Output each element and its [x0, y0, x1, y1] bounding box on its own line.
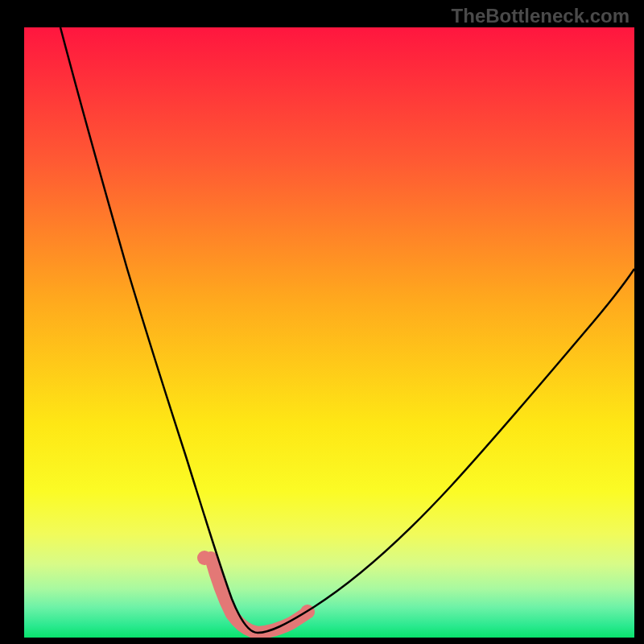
gradient-background [24, 27, 634, 638]
watermark-text: TheBottleneck.com [452, 5, 630, 27]
chart-frame [24, 27, 634, 638]
svg-rect-0 [24, 27, 634, 638]
